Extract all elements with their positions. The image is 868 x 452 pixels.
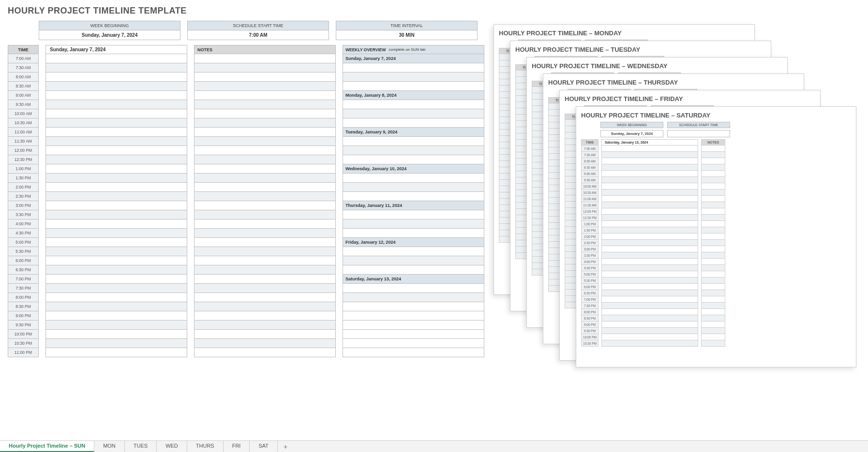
notes-cell[interactable] (194, 284, 336, 293)
week-overview-cell[interactable] (343, 265, 484, 275)
week-overview-cell[interactable] (343, 330, 484, 339)
notes-cell[interactable] (194, 118, 336, 128)
week-overview-cell[interactable] (343, 210, 484, 219)
week-overview-cell[interactable] (343, 146, 484, 155)
week-overview-cell[interactable] (343, 137, 484, 146)
week-overview-cell[interactable] (343, 247, 484, 256)
week-overview-cell[interactable] (343, 100, 484, 109)
schedule-cell[interactable] (45, 73, 187, 82)
add-sheet-button[interactable]: + (278, 441, 293, 452)
notes-cell[interactable] (194, 339, 336, 348)
week-overview-cell[interactable] (343, 339, 484, 348)
notes-cell[interactable] (194, 128, 336, 137)
notes-cell[interactable] (194, 183, 336, 192)
week-overview-cell[interactable] (343, 284, 484, 293)
sheet-tab[interactable]: SAT (250, 441, 278, 452)
notes-cell[interactable] (194, 210, 336, 219)
schedule-cell[interactable] (45, 284, 187, 293)
sheet-tab[interactable]: Hourly Project Timeline – SUN (0, 441, 94, 452)
schedule-cell[interactable] (45, 91, 187, 100)
start-time-value[interactable]: 7:00 AM (188, 30, 329, 40)
notes-cell[interactable] (194, 229, 336, 238)
notes-cell[interactable] (194, 137, 336, 146)
week-overview-cell[interactable] (343, 229, 484, 238)
notes-cell[interactable] (194, 91, 336, 100)
notes-cell[interactable] (194, 293, 336, 302)
schedule-cell[interactable] (45, 109, 187, 118)
schedule-cell[interactable] (45, 311, 187, 321)
schedule-cell[interactable] (45, 293, 187, 302)
schedule-cell[interactable] (45, 330, 187, 339)
schedule-cell[interactable] (45, 275, 187, 284)
schedule-cell[interactable] (45, 219, 187, 229)
notes-cell[interactable] (194, 201, 336, 210)
week-overview-cell[interactable] (343, 155, 484, 164)
schedule-cell[interactable] (45, 302, 187, 311)
sheet-tab[interactable]: FRI (224, 441, 250, 452)
week-overview-cell[interactable] (343, 192, 484, 201)
notes-cell[interactable] (194, 348, 336, 357)
notes-cell[interactable] (194, 265, 336, 275)
notes-cell[interactable] (194, 247, 336, 256)
schedule-cell[interactable] (45, 265, 187, 275)
week-overview-cell[interactable] (343, 311, 484, 321)
schedule-cell[interactable] (45, 174, 187, 183)
schedule-cell[interactable] (45, 155, 187, 164)
notes-cell[interactable] (194, 330, 336, 339)
week-overview-cell[interactable] (343, 302, 484, 311)
schedule-cell[interactable] (45, 54, 187, 63)
notes-cell[interactable] (194, 192, 336, 201)
week-overview-cell[interactable] (343, 321, 484, 330)
schedule-cell[interactable] (45, 128, 187, 137)
interval-value[interactable]: 30 MIN (336, 30, 477, 40)
schedule-cell[interactable] (45, 100, 187, 109)
notes-cell[interactable] (194, 256, 336, 265)
schedule-cell[interactable] (45, 238, 187, 247)
week-overview-cell[interactable] (343, 183, 484, 192)
schedule-cell[interactable] (45, 118, 187, 128)
week-overview-cell[interactable] (343, 174, 484, 183)
notes-cell[interactable] (194, 219, 336, 229)
schedule-cell[interactable] (45, 183, 187, 192)
notes-cell[interactable] (194, 146, 336, 155)
schedule-cell[interactable] (45, 164, 187, 174)
notes-cell[interactable] (194, 275, 336, 284)
notes-cell[interactable] (194, 238, 336, 247)
schedule-cell[interactable] (45, 256, 187, 265)
schedule-cell[interactable] (45, 192, 187, 201)
week-overview-cell[interactable] (343, 256, 484, 265)
schedule-cell[interactable] (45, 82, 187, 91)
schedule-cell[interactable] (45, 229, 187, 238)
week-overview-cell[interactable] (343, 118, 484, 128)
schedule-cell[interactable] (45, 348, 187, 357)
notes-cell[interactable] (194, 73, 336, 82)
notes-cell[interactable] (194, 63, 336, 73)
week-overview-cell[interactable] (343, 293, 484, 302)
schedule-cell[interactable] (45, 137, 187, 146)
notes-cell[interactable] (194, 164, 336, 174)
schedule-cell[interactable] (45, 201, 187, 210)
schedule-cell[interactable] (45, 339, 187, 348)
sheet-tab[interactable]: WED (157, 441, 187, 452)
notes-cell[interactable] (194, 100, 336, 109)
week-overview-cell[interactable] (343, 219, 484, 229)
schedule-cell[interactable] (45, 146, 187, 155)
schedule-cell[interactable] (45, 247, 187, 256)
notes-cell[interactable] (194, 155, 336, 164)
notes-cell[interactable] (194, 109, 336, 118)
schedule-cell[interactable] (45, 210, 187, 219)
week-beginning-value[interactable]: Sunday, January 7, 2024 (39, 30, 180, 40)
notes-cell[interactable] (194, 54, 336, 63)
week-overview-cell[interactable] (343, 63, 484, 73)
notes-cell[interactable] (194, 302, 336, 311)
notes-cell[interactable] (194, 311, 336, 321)
week-overview-cell[interactable] (343, 73, 484, 82)
schedule-cell[interactable] (45, 63, 187, 73)
schedule-cell[interactable] (45, 321, 187, 330)
week-overview-cell[interactable] (343, 348, 484, 357)
week-overview-cell[interactable] (343, 109, 484, 118)
week-overview-cell[interactable] (343, 82, 484, 91)
notes-cell[interactable] (194, 321, 336, 330)
sheet-tab[interactable]: TUES (125, 441, 157, 452)
notes-cell[interactable] (194, 174, 336, 183)
